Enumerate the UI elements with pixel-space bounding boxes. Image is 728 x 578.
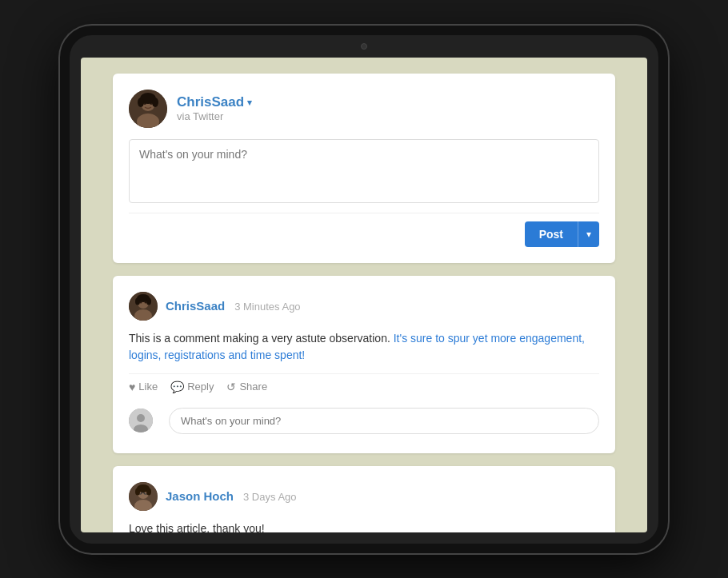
svg-point-15 [146,297,151,305]
comment-username[interactable]: ChrisSaad [166,299,225,313]
svg-point-7 [152,98,158,107]
jason-time: 3 Days Ago [243,491,297,503]
svg-point-27 [146,488,151,495]
compose-user-info: ChrisSaad ▾ via Twitter [177,94,252,122]
tablet-screen: ChrisSaad ▾ via Twitter Post ▾ [81,58,647,532]
avatar-placeholder-image [129,409,153,433]
reply-label: Reply [187,381,214,393]
heart-icon: ♥ [129,381,135,393]
compose-card: ChrisSaad ▾ via Twitter Post ▾ [113,74,615,263]
jason-comment-text: Love this article, thank you! [129,520,599,532]
reply-button[interactable]: 💬 Reply [170,381,214,393]
comment-card-chrissaad: ChrisSaad 3 Minutes Ago This is a commen… [113,276,615,453]
compose-header: ChrisSaad ▾ via Twitter [129,90,599,128]
compose-footer: Post ▾ [129,213,599,247]
jason-username[interactable]: Jason Hoch [166,489,234,503]
jason-header-row: Jason Hoch 3 Days Ago [166,489,297,503]
share-label: Share [239,381,267,393]
comment-meta: ChrisSaad 3 Minutes Ago [166,299,301,313]
comment-icon: 💬 [170,381,184,393]
chevron-down-icon: ▾ [586,229,591,240]
comment-header: ChrisSaad 3 Minutes Ago [129,292,599,321]
reply-box [129,405,599,437]
avatar-chrissaad-comment [129,292,158,321]
jason-comment-header: Jason Hoch 3 Days Ago [129,482,599,511]
compose-username[interactable]: ChrisSaad ▾ [177,94,252,110]
share-button[interactable]: ↺ Share [226,381,267,393]
reply-input[interactable] [169,408,599,434]
comment-text: This is a comment making a very astute o… [129,330,599,364]
avatar-image-sm [129,292,158,321]
svg-point-26 [135,488,140,495]
tablet-frame: ChrisSaad ▾ via Twitter Post ▾ [60,26,668,553]
like-label: Like [138,381,158,393]
avatar-jason [129,482,158,511]
avatar-jason-image [129,482,158,511]
post-button-group: Post ▾ [525,221,599,247]
svg-point-14 [135,297,140,305]
svg-point-6 [138,98,144,107]
comment-time: 3 Minutes Ago [234,301,300,313]
avatar-reply-placeholder [129,409,153,433]
jason-meta: Jason Hoch 3 Days Ago [166,489,297,503]
avatar-chrissaad-compose [129,90,167,128]
compose-input[interactable] [129,139,599,203]
chevron-down-icon: ▾ [247,98,252,108]
avatar-image [129,90,167,128]
camera-icon [361,43,367,50]
compose-via-text: via Twitter [177,110,252,122]
comment-card-jason: Jason Hoch 3 Days Ago Love this article,… [113,466,615,532]
like-button[interactable]: ♥ Like [129,381,158,393]
share-icon: ↺ [226,381,236,393]
post-dropdown-button[interactable]: ▾ [578,221,599,247]
comment-header-row: ChrisSaad 3 Minutes Ago [166,299,301,313]
svg-point-17 [137,414,145,422]
post-button[interactable]: Post [525,221,578,247]
comment-actions: ♥ Like 💬 Reply ↺ Share [129,373,599,393]
